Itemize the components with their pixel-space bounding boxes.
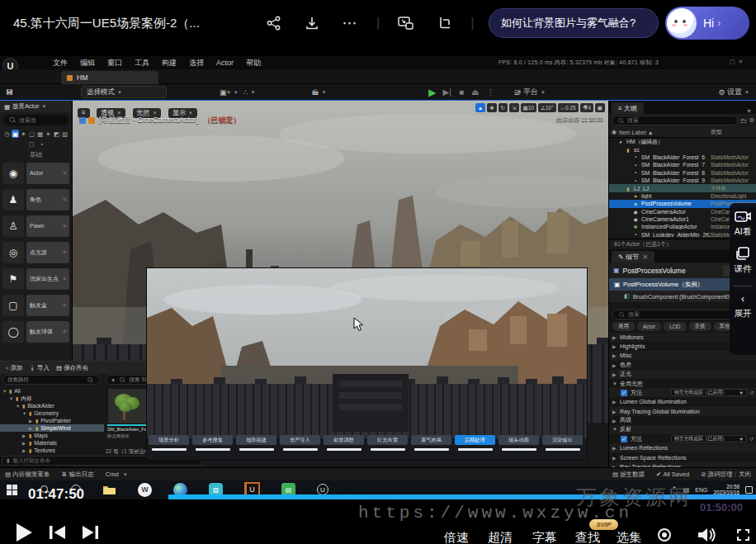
eject-icon[interactable]: ⏏ — [471, 88, 479, 97]
lights-icon[interactable]: ✶ — [20, 130, 27, 138]
outliner-col-type[interactable]: 类型 — [711, 128, 756, 136]
outliner-row[interactable]: ▮sc — [609, 145, 756, 153]
outliner-row[interactable]: ▪SM_BlackAlder_Forest_6StaticMeshActor — [609, 154, 756, 161]
start-button[interactable] — [5, 483, 19, 497]
add-button[interactable]: ＋添加 — [4, 364, 23, 372]
effects-icon[interactable]: ✴ — [45, 130, 52, 138]
details-filter-pill[interactable]: Actor — [637, 322, 661, 331]
subtitles-button[interactable]: 字幕 — [532, 530, 557, 544]
menu-item[interactable]: 窗口 — [107, 58, 122, 69]
rotate-tool-icon[interactable]: ↻ — [498, 103, 508, 112]
details-row[interactable]: ✓方法独立光线追踪（已启用）▼↺ — [609, 388, 756, 397]
language-indicator[interactable]: ENG — [695, 487, 707, 493]
outliner-row[interactable]: ●HM（编辑器） — [609, 138, 756, 145]
property-dropdown[interactable]: 独立光线追踪（已启用）▼ — [671, 435, 747, 442]
outliner-row[interactable]: ▪SM_BlackAlder_Forest_8StaticMeshActor — [609, 169, 756, 177]
outliner-settings-icon[interactable]: ⚙ — [749, 117, 754, 124]
content-tree-item[interactable]: ▼▮All — [0, 387, 104, 395]
content-tree-item[interactable]: ▼▮内容 — [0, 395, 104, 402]
content-drawer-button[interactable]: ▤ 内容侧滑菜单 — [5, 471, 50, 479]
all-saved-status[interactable]: ✔ All Saved — [656, 471, 689, 478]
chapter-button[interactable]: 资产导入 — [280, 435, 320, 445]
select-mode-dropdown[interactable]: 选择模式▼ — [81, 86, 167, 98]
previous-button[interactable] — [50, 526, 65, 539]
place-item[interactable]: ♙Pawn≡ — [2, 215, 69, 237]
chapter-button[interactable]: 渲染输出 — [542, 435, 583, 445]
speed-button[interactable]: 倍速 — [444, 530, 469, 544]
chapter-button[interactable]: 材质调整 — [324, 435, 364, 445]
next-button[interactable] — [83, 526, 98, 539]
share-icon[interactable] — [262, 12, 286, 35]
details-row[interactable]: ▶Ray Tracing Global Illumination — [609, 407, 756, 416]
content-tree-item[interactable]: ▶▮SimpleWind — [0, 424, 104, 432]
place-item[interactable]: ◯触发球体≡ — [2, 320, 69, 343]
asset-card[interactable]: SM_BlackAlder_Field_01 静态网格体 — [107, 388, 150, 439]
record-icon[interactable] — [658, 528, 671, 542]
checkbox-icon[interactable]: ✓ — [621, 390, 627, 396]
details-row[interactable]: ▶Lumen Reflections — [609, 443, 756, 452]
quality-button[interactable]: 超清 — [488, 530, 513, 544]
menu-item[interactable]: 文件 — [53, 58, 68, 69]
output-log-button[interactable]: 🗎︎ 输出日志 — [61, 471, 94, 479]
ai-watch-button[interactable]: AI看 — [735, 210, 751, 238]
outliner-col-label[interactable]: Item Label ▲ — [619, 130, 654, 135]
place-item[interactable]: ◉Actor≡ — [2, 162, 69, 184]
cmd-dropdown[interactable]: Cmd ▼ — [106, 471, 128, 478]
ai-question-pill[interactable]: 如何让背景图片与雾气融合? — [489, 8, 659, 38]
details-row[interactable]: ▼全局光照 — [609, 379, 756, 388]
property-dropdown[interactable]: 独立光线追踪（已启用）▼ — [671, 389, 747, 396]
details-row[interactable]: ✓方法独立光线追踪（已启用）▼↺ — [609, 434, 756, 443]
grid-snap-value[interactable]: ▦ 10 — [521, 103, 536, 112]
chapter-button[interactable]: 雾气效果 — [411, 435, 451, 445]
platform-dropdown[interactable]: 🖳︎ 平台▼ — [513, 87, 545, 97]
assistant-button[interactable]: Hi › — [665, 7, 749, 40]
menu-item[interactable]: 编辑 — [80, 58, 95, 69]
outliner-row[interactable]: ▮LJ_LJ文件夹 — [609, 184, 756, 192]
outliner-row[interactable]: ▪SM_BlackAlder_Forest_9StaticMeshActor — [609, 177, 756, 184]
details-filter-pill[interactable]: 变换 — [689, 322, 711, 331]
content-tree-item[interactable]: ▼▮BlackAlder — [0, 402, 104, 409]
new-folder-icon[interactable]: 🗀︎ — [740, 117, 747, 125]
chapter-button[interactable]: 地形搭建 — [236, 435, 276, 445]
recent-icon[interactable]: ◷ — [3, 130, 11, 138]
fullscreen-button[interactable] — [737, 529, 749, 541]
panel-icon[interactable]: ▢ — [29, 141, 35, 148]
chapter-button[interactable]: 灯光布置 — [367, 435, 408, 445]
details-row[interactable]: ▶Lumen Global Illumination — [609, 397, 756, 406]
cinematics-icon[interactable]: 🎬︎▼ — [311, 88, 326, 97]
details-row[interactable]: ▶Screen Space Reflections — [609, 452, 756, 461]
ue-launcher-icon[interactable]: U — [317, 484, 328, 495]
settings-dropdown[interactable]: ⚙ 设置▼ — [718, 87, 749, 97]
camera-speed-value[interactable]: 🎥︎ 4 — [580, 103, 593, 112]
download-icon[interactable] — [300, 12, 324, 35]
details-row[interactable]: ▶色差 — [609, 361, 756, 370]
path-search-input[interactable]: 搜索路径 — [2, 375, 100, 385]
find-button[interactable]: 查找 — [575, 530, 600, 544]
place-item[interactable]: ▢触发盒≡ — [2, 294, 69, 316]
details-filter-pill[interactable]: LOD — [664, 322, 686, 331]
menu-item[interactable]: 工具 — [135, 58, 149, 69]
window-crop-icon[interactable] — [432, 12, 456, 35]
outliner-row[interactable]: ✶lightDirectionalLight — [609, 192, 756, 200]
angle-snap-value[interactable]: ∠ 10° — [538, 103, 556, 112]
details-row[interactable]: ▶高级 — [609, 416, 756, 425]
source-control-status[interactable]: ⊘ 源码管理：关闭 — [701, 471, 751, 479]
chapter-button[interactable]: 参考搜集 — [192, 435, 233, 445]
episodes-button[interactable]: 选集 — [617, 530, 641, 544]
place-search-input[interactable]: 搜索类 — [3, 115, 69, 125]
volume-button[interactable] — [697, 527, 716, 542]
close-icon[interactable]: ✕ — [642, 253, 648, 261]
tab-outliner[interactable]: ≡ 大纲 — [612, 102, 644, 114]
kebab-icon[interactable]: ⋮ — [486, 88, 494, 97]
pip-video[interactable] — [147, 268, 587, 460]
menu-item[interactable]: 帮助 — [246, 58, 261, 69]
content-tree-item[interactable]: ▶▮PivotPainter — [0, 417, 104, 424]
outliner-row[interactable]: ▪SM_BlackAlder_Forest_7StaticMeshActor — [609, 161, 756, 168]
add-actor-icon[interactable]: ▣+▼ — [220, 88, 239, 97]
picture-in-picture-icon[interactable] — [395, 12, 418, 35]
menu-item[interactable]: 选择 — [189, 58, 204, 69]
skip-icon[interactable]: ▶| — [443, 88, 451, 97]
wps-icon[interactable]: W — [138, 483, 152, 497]
cinematic-icon[interactable]: ▦ — [36, 130, 44, 138]
scale-tool-icon[interactable]: ⇲ — [509, 103, 518, 112]
